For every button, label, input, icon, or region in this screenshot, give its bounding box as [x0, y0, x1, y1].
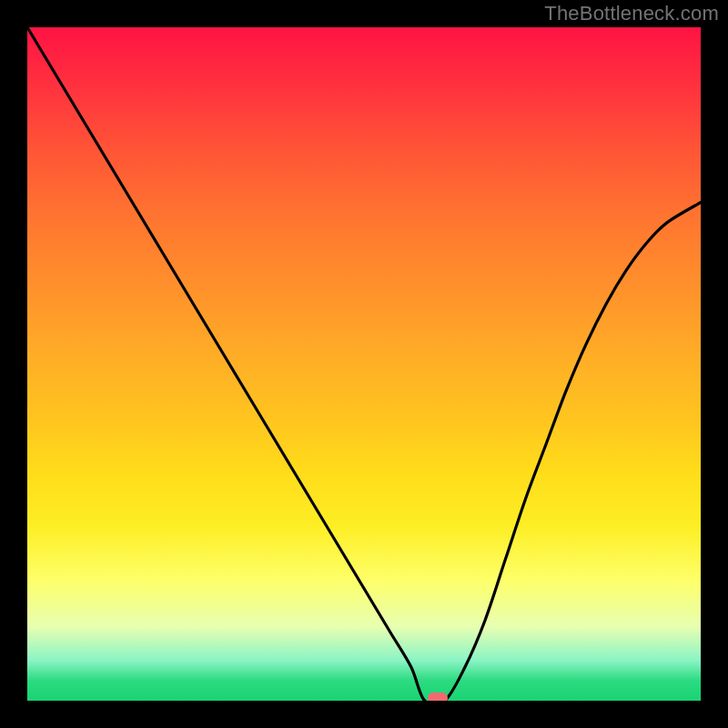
optimal-point-marker: [428, 693, 448, 701]
watermark-text: TheBottleneck.com: [544, 2, 719, 25]
chart-frame: TheBottleneck.com: [0, 0, 728, 728]
bottleneck-curve: [27, 27, 701, 701]
plot-area: [27, 27, 701, 701]
